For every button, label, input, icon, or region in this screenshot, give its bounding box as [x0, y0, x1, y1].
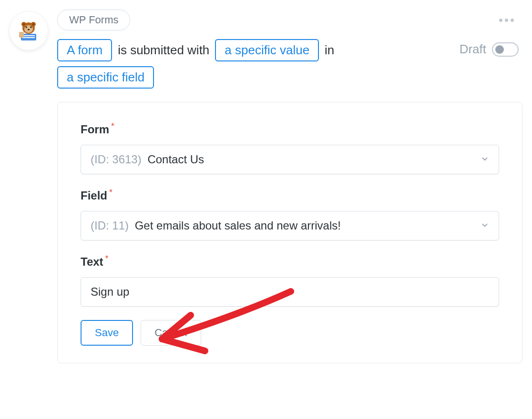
text-input[interactable]	[81, 277, 499, 307]
draft-status-label: Draft	[460, 42, 486, 57]
plugin-chip[interactable]: WP Forms	[57, 10, 130, 30]
form-select[interactable]: (ID: 3613) Contact Us	[81, 145, 499, 174]
field-selected-value: Get emails about sales and new arrivals!	[135, 219, 341, 232]
token-field-button[interactable]: a specific field	[57, 66, 154, 89]
svg-point-8	[28, 29, 30, 30]
more-options-icon[interactable]	[499, 19, 514, 22]
draft-toggle[interactable]	[492, 42, 519, 57]
field-label: Field*	[81, 188, 499, 202]
field-id-prefix: (ID: 11)	[91, 219, 129, 232]
chevron-down-icon	[481, 153, 489, 166]
config-panel: Form* (ID: 3613) Contact Us Field*	[57, 102, 522, 363]
svg-point-3	[23, 23, 25, 26]
plugin-name: WP Forms	[69, 14, 118, 26]
svg-point-4	[32, 23, 35, 26]
chevron-down-icon	[481, 219, 489, 232]
svg-rect-12	[19, 32, 24, 38]
svg-rect-10	[22, 35, 35, 36]
form-label: Form*	[81, 121, 499, 136]
cancel-button[interactable]: Cancel	[141, 320, 201, 346]
text-label: Text*	[81, 254, 499, 269]
save-button[interactable]: Save	[81, 320, 133, 346]
svg-rect-11	[22, 37, 35, 38]
form-id-prefix: (ID: 3613)	[91, 153, 142, 166]
toggle-knob	[495, 45, 504, 54]
field-select[interactable]: (ID: 11) Get emails about sales and new …	[81, 211, 499, 240]
token-form-button[interactable]: A form	[57, 39, 112, 61]
svg-point-6	[25, 26, 27, 28]
form-selected-value: Contact Us	[147, 153, 204, 166]
plugin-avatar	[10, 12, 48, 50]
svg-point-7	[30, 26, 32, 28]
token-value-button[interactable]: a specific value	[215, 39, 319, 61]
bear-icon	[17, 20, 40, 42]
sentence-text-submitted: is submitted with	[118, 43, 209, 58]
sentence-text-in: in	[325, 43, 334, 58]
